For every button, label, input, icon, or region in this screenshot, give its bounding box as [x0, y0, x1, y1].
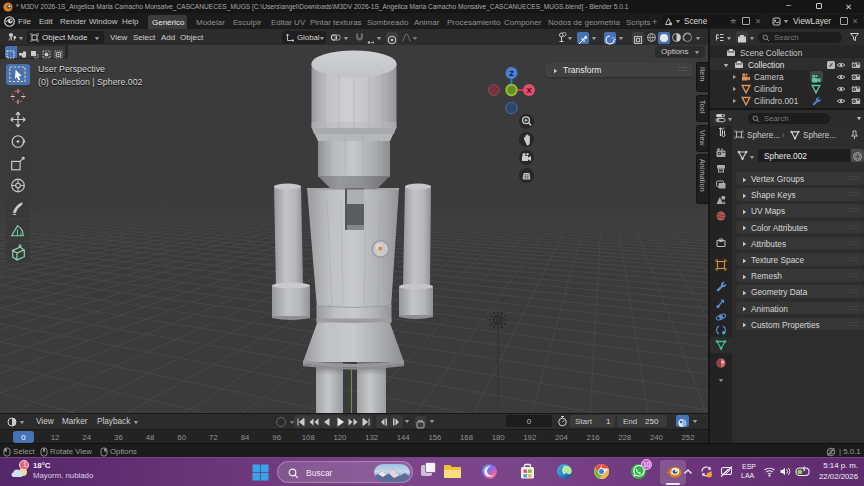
svg-text:⌥: ⌥ [611, 35, 617, 41]
svg-text:X: X [526, 86, 531, 95]
svg-text:Z: Z [509, 69, 514, 78]
